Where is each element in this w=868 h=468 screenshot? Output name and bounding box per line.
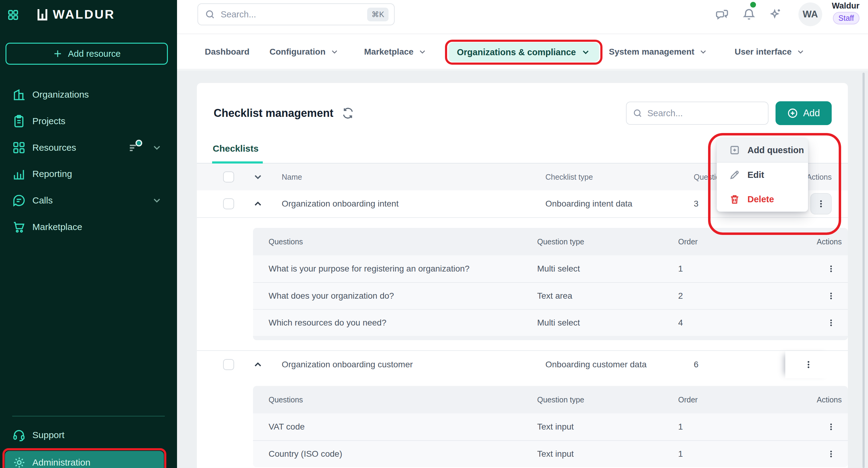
row-actions-button[interactable] — [798, 354, 819, 375]
question-actions-button[interactable] — [820, 416, 842, 437]
trash-icon — [729, 194, 740, 205]
gear-icon — [13, 456, 26, 468]
question-order: 1 — [678, 449, 770, 459]
chevron-down-icon — [581, 47, 591, 57]
table-search[interactable] — [626, 102, 769, 125]
column-actions: Actions — [817, 237, 842, 246]
chevron-down-icon[interactable] — [151, 195, 162, 206]
headset-icon — [12, 428, 26, 442]
questions-count: 6 — [694, 360, 785, 370]
question-order: 2 — [678, 291, 770, 301]
checklist-type: Onboarding intent data — [546, 199, 694, 209]
question-actions-button[interactable] — [820, 258, 842, 279]
sidebar-item-organizations[interactable]: Organizations — [0, 84, 177, 105]
question-order: 1 — [678, 264, 770, 274]
sparkles-icon[interactable] — [769, 8, 782, 21]
app-launcher-icon[interactable] — [7, 9, 19, 21]
sidebar-item-administration[interactable]: Administration — [5, 451, 164, 468]
kebab-icon — [827, 423, 835, 431]
question-type: Multi select — [537, 264, 678, 274]
subtable-header: Questions Question type Order Actions — [253, 386, 848, 413]
question-row[interactable]: Country (ISO code) Text input 1 — [253, 440, 848, 467]
row-checkbox[interactable] — [223, 198, 234, 209]
user-info[interactable]: Waldur Staff — [832, 1, 860, 24]
staff-badge: Staff — [833, 12, 860, 24]
sidebar-item-reporting[interactable]: Reporting — [0, 163, 177, 185]
messages-icon[interactable] — [716, 8, 729, 21]
kebab-icon — [804, 360, 813, 369]
table-search-input[interactable] — [647, 108, 762, 118]
column-order: Order — [678, 395, 770, 404]
sidebar-item-support[interactable]: Support — [0, 424, 177, 446]
pencil-icon — [729, 169, 740, 180]
bar-chart-icon — [12, 167, 26, 181]
menu-item-add-question[interactable]: Add question — [717, 138, 808, 163]
kebab-icon — [827, 318, 835, 327]
tab-user-interface[interactable]: User interface — [735, 35, 805, 69]
tab-marketplace[interactable]: Marketplace — [364, 35, 427, 69]
question-row[interactable]: What is your purpose for registering an … — [253, 255, 848, 282]
chevron-up-icon[interactable] — [252, 359, 264, 370]
checklist-name: Organization onboarding customer — [282, 360, 546, 370]
chevron-down-icon — [699, 47, 708, 57]
question-row[interactable]: What does your organization do? Text are… — [253, 282, 848, 309]
kebab-icon — [827, 450, 835, 458]
tab-dashboard[interactable]: Dashboard — [205, 35, 249, 69]
tab-configuration[interactable]: Configuration — [270, 35, 339, 69]
main-nav: Dashboard Configuration Marketplace Orga… — [177, 35, 868, 69]
avatar[interactable]: WA — [798, 2, 822, 26]
scrollbar[interactable] — [863, 73, 865, 468]
question-text: Which resources do you need? — [269, 318, 537, 327]
question-actions-button[interactable] — [820, 312, 842, 334]
column-checklist-type: Checklist type — [546, 173, 694, 182]
sidebar-item-marketplace[interactable]: Marketplace — [0, 216, 177, 238]
chevron-up-icon[interactable] — [252, 198, 264, 209]
question-order: 1 — [678, 422, 770, 432]
refresh-icon[interactable] — [342, 107, 354, 119]
chevron-down-icon[interactable] — [252, 171, 264, 182]
chevron-down-icon[interactable] — [151, 142, 162, 153]
tab-system-management[interactable]: System management — [609, 35, 708, 69]
kebab-icon — [827, 264, 835, 273]
menu-item-edit[interactable]: Edit — [717, 163, 808, 187]
global-search-input[interactable] — [221, 9, 362, 20]
menu-item-delete[interactable]: Delete — [717, 187, 808, 211]
card-header: Checklist management Add — [197, 83, 848, 125]
global-search[interactable]: ⌘K — [197, 3, 395, 25]
column-actions: Actions — [807, 173, 832, 182]
question-type: Text input — [537, 422, 678, 432]
cart-icon — [12, 220, 26, 234]
tab-organizations-compliance[interactable]: Organizations & compliance — [448, 42, 599, 62]
search-icon — [205, 9, 215, 20]
filter-icon[interactable] — [128, 141, 141, 154]
sidebar-item-resources[interactable]: Resources — [0, 137, 177, 159]
sidebar: WALDUR Add resource Organizations Projec… — [0, 0, 177, 468]
plus-icon — [53, 49, 63, 59]
question-order: 4 — [678, 318, 770, 327]
select-all-checkbox[interactable] — [223, 171, 234, 182]
row-actions-button[interactable] — [810, 193, 832, 215]
add-resource-button[interactable]: Add resource — [5, 43, 168, 65]
question-actions-button[interactable] — [820, 443, 842, 465]
grid-icon — [12, 141, 26, 154]
add-button[interactable]: Add — [776, 101, 832, 125]
questions-subtable: Questions Question type Order Actions VA… — [253, 386, 848, 467]
questions-subtable: Questions Question type Order Actions Wh… — [253, 228, 848, 340]
waldur-logo[interactable]: WALDUR — [37, 7, 115, 22]
bell-icon[interactable] — [742, 8, 756, 21]
question-type: Text area — [537, 291, 678, 301]
sidebar-item-projects[interactable]: Projects — [0, 110, 177, 132]
question-actions-button[interactable] — [820, 285, 842, 307]
building-icon — [12, 88, 26, 101]
sidebar-item-calls[interactable]: Calls — [0, 189, 177, 211]
plus-circle-icon — [787, 108, 798, 119]
page-title: Checklist management — [214, 107, 333, 120]
question-row[interactable]: VAT code Text input 1 — [253, 413, 848, 440]
row-checkbox[interactable] — [223, 359, 234, 370]
waldur-logo-text: WALDUR — [53, 7, 115, 22]
table-row[interactable]: Organization onboarding customer Onboard… — [197, 350, 848, 378]
question-row[interactable]: Which resources do you need? Multi selec… — [253, 309, 848, 336]
tab-checklists[interactable]: Checklists — [213, 144, 260, 163]
sidebar-divider — [12, 416, 165, 416]
column-question-type: Question type — [537, 237, 678, 246]
